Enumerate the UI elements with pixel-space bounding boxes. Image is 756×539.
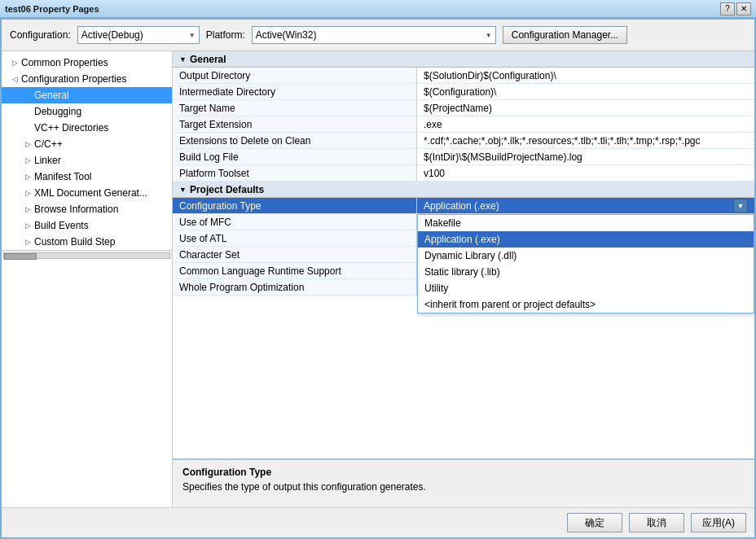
description-title: Configuration Type — [182, 467, 745, 478]
config-dropdown[interactable]: Active(Debug) ▼ — [77, 26, 200, 44]
title-bar-controls: ? ✕ — [720, 2, 751, 15]
tree-item-label-browse-info: Browse Information — [34, 204, 118, 215]
prop-name: Character Set — [173, 247, 417, 262]
tree-item-custom-build[interactable]: ▷Custom Build Step — [2, 234, 172, 250]
tree-arrow-icon-common-props: ▷ — [8, 56, 21, 69]
tree-item-label-cpp: C/C++ — [34, 138, 63, 150]
table-row[interactable]: Output Directory$(SolutionDir)$(Configur… — [173, 68, 754, 84]
dropdown-option[interactable]: Static library (.lib) — [418, 264, 754, 280]
title-bar: test06 Property Pages ? ✕ — [0, 0, 756, 18]
prop-name: Target Name — [173, 100, 417, 116]
tree-arrow-icon-config-props: ◁ — [8, 72, 21, 85]
horizontal-scrollbar[interactable] — [2, 250, 172, 260]
table-row[interactable]: Configuration TypeApplication (.exe)▼Mak… — [173, 198, 754, 214]
tree-item-linker[interactable]: ▷Linker — [2, 152, 172, 169]
prop-name: Intermediate Directory — [173, 84, 417, 99]
apply-button[interactable]: 应用(A) — [691, 513, 746, 532]
cancel-button[interactable]: 取消 — [629, 513, 684, 532]
general-section-header: ▼ General — [173, 51, 754, 68]
right-panel: ▼ General Output Directory$(SolutionDir)… — [173, 51, 754, 507]
prop-name: Extensions to Delete on Clean — [173, 133, 417, 148]
general-collapse-arrow-icon: ▼ — [179, 55, 187, 64]
config-type-value: Application (.exe) — [424, 200, 499, 212]
config-label: Configuration: — [10, 29, 71, 41]
dialog: Configuration: Active(Debug) ▼ Platform:… — [0, 18, 756, 539]
tree-arrow-icon-browse-info: ▷ — [21, 203, 34, 216]
prop-value: $(IntDir)\$(MSBuildProjectName).log — [417, 149, 754, 164]
tree-item-label-manifest-tool: Manifest Tool — [34, 171, 91, 182]
tree-arrow-icon-build-events: ▷ — [21, 219, 34, 232]
prop-value[interactable]: Application (.exe)▼MakefileApplication (… — [417, 198, 754, 213]
prop-value: $(ProjectName) — [417, 100, 754, 116]
dropdown-option[interactable]: Makefile — [418, 215, 754, 231]
table-row[interactable]: Platform Toolsetv100 — [173, 165, 754, 182]
tree-item-label-common-props: Common Properties — [21, 57, 108, 68]
prop-value: *.cdf;*.cache;*.obj;*.ilk;*.resources;*.… — [417, 133, 754, 148]
config-manager-button[interactable]: Configuration Manager... — [503, 26, 627, 44]
tree-arrow-icon-manifest-tool: ▷ — [21, 170, 34, 183]
prop-value: .exe — [417, 116, 754, 132]
platform-dropdown-arrow-icon: ▼ — [486, 32, 492, 39]
tree-item-manifest-tool[interactable]: ▷Manifest Tool — [2, 169, 172, 185]
tree-item-cpp[interactable]: ▷C/C++ — [2, 136, 172, 152]
project-defaults-properties: Configuration TypeApplication (.exe)▼Mak… — [173, 198, 754, 296]
config-dropdown-value: Active(Debug) — [81, 29, 143, 41]
prop-value: $(Configuration)\ — [417, 84, 754, 99]
platform-label: Platform: — [206, 29, 245, 41]
close-button[interactable]: ✕ — [736, 2, 751, 15]
tree-item-label-vc-dirs: VC++ Directories — [34, 122, 108, 134]
tree-item-label-build-events: Build Events — [34, 220, 89, 231]
tree-item-common-props[interactable]: ▷Common Properties — [2, 55, 172, 71]
tree-item-config-props[interactable]: ◁Configuration Properties — [2, 71, 172, 87]
tree-item-debugging[interactable]: Debugging — [2, 103, 172, 120]
config-bar: Configuration: Active(Debug) ▼ Platform:… — [2, 20, 754, 51]
help-button[interactable]: ? — [720, 2, 735, 15]
tree-arrow-icon-vc-dirs — [21, 121, 34, 134]
tree-arrow-icon-general — [21, 89, 34, 102]
properties-area: ▼ General Output Directory$(SolutionDir)… — [173, 51, 754, 458]
dropdown-option[interactable]: Utility — [418, 280, 754, 296]
prop-name: Build Log File — [173, 149, 417, 164]
prop-name: Whole Program Optimization — [173, 279, 417, 295]
table-row[interactable]: Target Extension.exe — [173, 116, 754, 133]
project-defaults-section-header: ▼ Project Defaults — [173, 182, 754, 198]
ok-button[interactable]: 确定 — [567, 513, 622, 532]
config-type-dropdown-arrow-icon[interactable]: ▼ — [733, 199, 748, 213]
tree-item-build-events[interactable]: ▷Build Events — [2, 217, 172, 234]
project-defaults-collapse-arrow-icon: ▼ — [179, 186, 187, 194]
config-type-dropdown[interactable]: Application (.exe)▼ — [424, 199, 748, 213]
dropdown-option[interactable]: Application (.exe) — [418, 231, 754, 248]
tree-arrow-icon-xml-doc: ▷ — [21, 186, 34, 199]
table-row[interactable]: Build Log File$(IntDir)\$(MSBuildProject… — [173, 149, 754, 165]
dropdown-option[interactable]: Dynamic Library (.dll) — [418, 248, 754, 264]
table-row[interactable]: Target Name$(ProjectName) — [173, 100, 754, 116]
button-bar: 确定 取消 应用(A) — [2, 507, 754, 537]
prop-name: Configuration Type — [173, 198, 417, 213]
tree-item-general[interactable]: General — [2, 87, 172, 103]
general-section-label: General — [190, 54, 226, 65]
dropdown-option[interactable]: <inherit from parent or project defaults… — [418, 296, 754, 313]
tree-item-label-xml-doc: XML Document Generat... — [34, 187, 147, 199]
platform-dropdown[interactable]: Active(Win32) ▼ — [252, 26, 496, 44]
table-row[interactable]: Intermediate Directory$(Configuration)\ — [173, 84, 754, 100]
scroll-track — [3, 252, 170, 259]
tree-item-xml-doc[interactable]: ▷XML Document Generat... — [2, 185, 172, 201]
description-text: Specifies the type of output this config… — [182, 481, 745, 493]
prop-value: v100 — [417, 165, 754, 181]
scroll-thumb — [4, 253, 37, 260]
tree-item-browse-info[interactable]: ▷Browse Information — [2, 201, 172, 217]
tree-arrow-icon-linker: ▷ — [21, 154, 34, 167]
tree: ▷Common Properties◁Configuration Propert… — [2, 55, 172, 250]
tree-item-label-general: General — [34, 90, 69, 101]
title-bar-text: test06 Property Pages — [5, 4, 99, 14]
platform-dropdown-value: Active(Win32) — [256, 29, 317, 41]
prop-name: Target Extension — [173, 116, 417, 132]
prop-name: Platform Toolset — [173, 165, 417, 181]
tree-arrow-icon-custom-build: ▷ — [21, 235, 34, 248]
prop-name: Use of MFC — [173, 214, 417, 230]
table-row[interactable]: Extensions to Delete on Clean*.cdf;*.cac… — [173, 133, 754, 149]
tree-item-label-config-props: Configuration Properties — [21, 73, 126, 85]
tree-item-vc-dirs[interactable]: VC++ Directories — [2, 120, 172, 136]
description-panel: Configuration Type Specifies the type of… — [173, 458, 754, 507]
tree-arrow-icon-debugging — [21, 105, 34, 118]
